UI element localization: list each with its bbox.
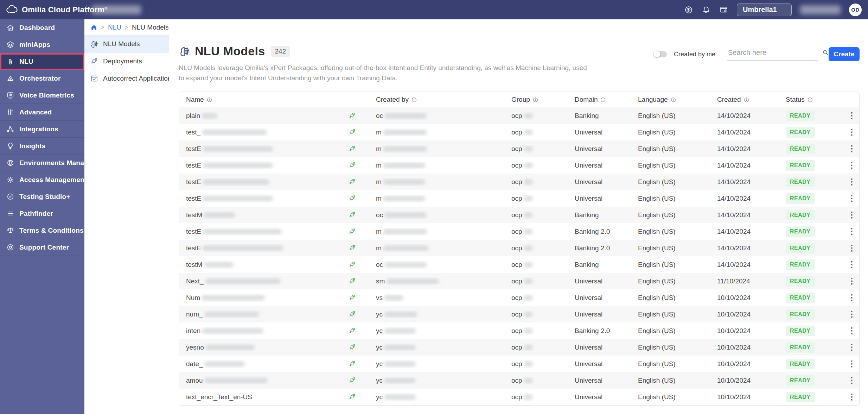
model-name: yesno [186, 344, 204, 351]
release-notes-icon[interactable] [719, 5, 728, 14]
tenant-selector[interactable]: Umbrella1 [737, 4, 792, 16]
redacted-text [524, 245, 533, 251]
deployed-rocket-icon [348, 376, 356, 384]
subnav-item-deployments[interactable]: Deployments [84, 53, 169, 70]
row-menu-button[interactable]: ⋮ [844, 293, 860, 302]
sidebar-item-dashboard[interactable]: Dashboard ▲ [0, 19, 84, 36]
table-row[interactable]: yesno yc ocp Universal English (US) 10/1… [179, 339, 859, 356]
user-avatar[interactable]: OD [849, 4, 862, 16]
app-logo[interactable]: Omilia Cloud Platform® [0, 5, 84, 14]
table-row[interactable]: amou yc ocp Universal English (US) 10/10… [179, 372, 859, 389]
info-icon[interactable] [532, 97, 538, 103]
sidebar-item-testing-studio[interactable]: Testing Studio+ ▲ [0, 188, 84, 205]
redacted-text [202, 130, 267, 135]
row-menu-button[interactable]: ⋮ [844, 376, 860, 385]
row-menu-button[interactable]: ⋮ [844, 343, 860, 352]
table-row[interactable]: testE m ocp Universal English (US) 14/10… [179, 190, 859, 207]
row-menu-button[interactable]: ⋮ [844, 111, 860, 120]
table-header: Name Created by Group Domain Language Cr… [179, 92, 859, 107]
info-icon[interactable] [743, 97, 749, 103]
sidebar-item-environments-manager[interactable]: Environments Manager ▲ [0, 155, 84, 171]
row-menu-button[interactable]: ⋮ [844, 392, 860, 402]
table-row[interactable]: inten yc ocp Banking 2.0 English (US) 10… [179, 322, 859, 339]
row-menu-button[interactable]: ⋮ [844, 127, 860, 137]
row-menu-button[interactable]: ⋮ [844, 144, 860, 153]
table-row[interactable]: Next_ sm ocp Universal English (US) 11/1… [179, 273, 859, 289]
table-row[interactable]: testM oc ocp Banking English (US) 14/10/… [179, 256, 859, 273]
sidebar-item-advanced[interactable]: Advanced ▲ [0, 104, 84, 121]
info-icon[interactable] [411, 97, 417, 103]
redacted-text [524, 229, 533, 234]
created-date: 14/10/2024 [717, 244, 786, 252]
sidebar-item-support-center[interactable]: Support Center ▲ [0, 239, 84, 256]
sidebar-item-miniapps[interactable]: miniApps ▲ [0, 36, 84, 53]
sidebar-item-pathfinder[interactable]: Pathfinder ▲ [0, 205, 84, 222]
info-icon[interactable] [807, 97, 813, 103]
table-row[interactable]: testE m ocp Banking 2.0 English (US) 14/… [179, 240, 859, 256]
subnav-item-nlu-models[interactable]: NLU Models [84, 36, 169, 53]
group: ocp [511, 145, 522, 153]
row-menu-button[interactable]: ⋮ [844, 326, 860, 335]
created-date: 14/10/2024 [717, 211, 786, 219]
home-icon[interactable] [90, 24, 97, 31]
group: ocp [511, 310, 522, 318]
deployed-rocket-icon [348, 227, 356, 236]
redacted-text [202, 113, 217, 119]
table-row[interactable]: plain oc ocp Banking English (US) 14/10/… [179, 107, 859, 124]
sidebar-item-voice-biometrics[interactable]: Voice Biometrics ▲ [0, 87, 84, 104]
redacted-text [383, 130, 427, 135]
sidebar-item-nlu[interactable]: NLU ▲ [0, 53, 84, 70]
redacted-text [524, 328, 533, 334]
language: English (US) [638, 112, 717, 120]
table-row[interactable]: num_ yc ocp Universal English (US) 10/10… [179, 306, 859, 322]
deployed-rocket-icon [348, 211, 356, 219]
status-badge: READY [786, 359, 815, 369]
sidebar-item-integrations[interactable]: Integrations ▲ [0, 121, 84, 138]
created-date: 10/10/2024 [717, 360, 786, 368]
notifications-bell-icon[interactable] [702, 5, 711, 14]
subnav-item-autocorrect-applications[interactable]: Autocorrect Applications [84, 70, 169, 87]
row-menu-button[interactable]: ⋮ [844, 359, 860, 369]
settings-gear-icon[interactable] [684, 5, 693, 14]
row-menu-button[interactable]: ⋮ [844, 243, 860, 253]
created-by: yc [376, 377, 383, 384]
row-menu-button[interactable]: ⋮ [844, 177, 860, 187]
row-menu-button[interactable]: ⋮ [844, 161, 860, 170]
table-row[interactable]: testE m ocp Universal English (US) 14/10… [179, 140, 859, 157]
row-menu-button[interactable]: ⋮ [844, 194, 860, 203]
search-input[interactable] [727, 48, 822, 57]
row-menu-button[interactable]: ⋮ [844, 210, 860, 220]
table-row[interactable]: Num vs ocp Universal English (US) 10/10/… [179, 289, 859, 306]
info-icon[interactable] [206, 97, 212, 103]
row-menu-button[interactable]: ⋮ [844, 227, 860, 236]
sidebar-item-terms-and-conditions[interactable]: Terms & Conditions ▲ [0, 222, 84, 239]
column-header: Group [511, 96, 575, 104]
search-icon[interactable] [822, 49, 829, 56]
redacted-text [524, 179, 533, 185]
sidebar-item-insights[interactable]: Insights ▲ [0, 138, 84, 155]
model-name: test_ [186, 128, 200, 136]
info-icon[interactable] [600, 97, 606, 103]
redacted-text [203, 196, 273, 201]
redacted-text [384, 361, 416, 367]
table-row[interactable]: testE m ocp Universal English (US) 14/10… [179, 157, 859, 174]
created-date: 14/10/2024 [717, 195, 786, 202]
table-row[interactable]: text_encr_Text_en-US yc ocp Universal En… [179, 389, 859, 405]
table-row[interactable]: test_ m ocp Universal English (US) 14/10… [179, 124, 859, 140]
table-row[interactable]: testE m ocp Universal English (US) 14/10… [179, 174, 859, 190]
group: ocp [511, 112, 522, 120]
info-icon[interactable] [670, 97, 676, 103]
sidebar-item-access-management[interactable]: Access Management ▲ [0, 171, 84, 188]
created-by: m [376, 195, 382, 202]
row-menu-button[interactable]: ⋮ [844, 276, 860, 286]
table-row[interactable]: testM oc ocp Banking English (US) 14/10/… [179, 207, 859, 223]
table-row[interactable]: date_ yc ocp Universal English (US) 10/1… [179, 356, 859, 372]
table-row[interactable]: testE m ocp Banking 2.0 English (US) 14/… [179, 223, 859, 240]
row-menu-button[interactable]: ⋮ [844, 309, 860, 319]
created-by-me-toggle[interactable] [653, 51, 667, 57]
sidebar-item-orchestrator[interactable]: Orchestrator ▲ [0, 70, 84, 87]
model-name: date_ [186, 360, 203, 368]
row-menu-button[interactable]: ⋮ [844, 260, 860, 269]
breadcrumb-link-nlu[interactable]: NLU [108, 24, 121, 31]
create-button[interactable]: Create [829, 47, 860, 61]
